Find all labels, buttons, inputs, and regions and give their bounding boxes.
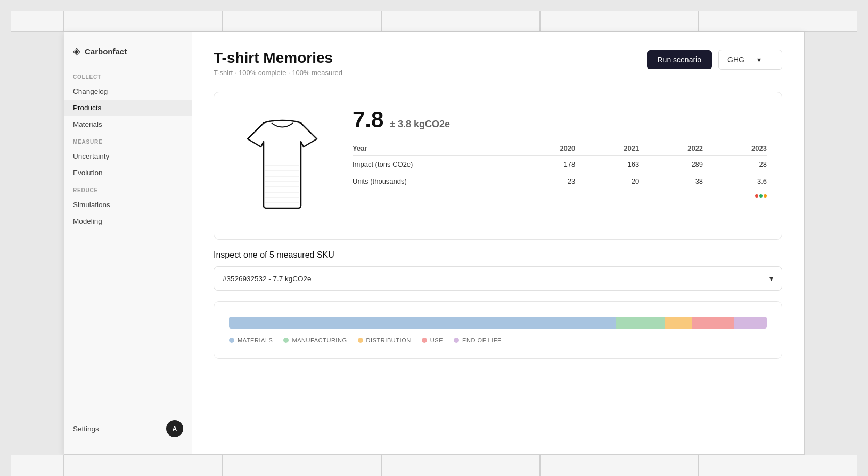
stacked-bar <box>229 317 767 329</box>
legend-label: DISTRIBUTION <box>366 337 411 343</box>
settings-label[interactable]: Settings <box>73 425 99 433</box>
units-2023: 3.6 <box>703 173 767 190</box>
legend-label: USE <box>430 337 443 343</box>
sidebar-item-changelog[interactable]: Changelog <box>64 83 192 100</box>
page-subtitle: T-shirt · 100% complete · 100% measured <box>214 69 342 77</box>
ghg-dropdown[interactable]: GHG ▾ <box>718 50 782 70</box>
chevron-down-icon: ▾ <box>757 55 761 64</box>
row-label-impact: Impact (tons CO2e) <box>353 156 511 173</box>
impact-2023: 28 <box>703 156 767 173</box>
dot-orange <box>764 194 767 198</box>
logo-icon: ◈ <box>73 45 80 57</box>
col-header-label: Year <box>353 141 511 156</box>
section-label-measure: MEASURE <box>64 133 192 148</box>
col-header-2023: 2023 <box>703 141 767 156</box>
sidebar: ◈ Carbonfact COLLECT Changelog Products … <box>64 32 192 454</box>
sidebar-item-evolution[interactable]: Evolution <box>64 165 192 181</box>
legend-item-distribution: DISTRIBUTION <box>358 337 411 343</box>
color-bar-area <box>353 190 767 198</box>
dot-red <box>755 194 758 198</box>
legend-dot <box>454 338 459 343</box>
impact-2020: 178 <box>511 156 575 173</box>
bar-chart-card: MATERIALSMANUFACTURINGDISTRIBUTIONUSEEND… <box>214 301 782 359</box>
logo-text: Carbonfact <box>85 47 127 56</box>
legend-item-manufacturing: MANUFACTURING <box>283 337 347 343</box>
units-2020: 23 <box>511 173 575 190</box>
settings-row: Settings A <box>64 412 192 446</box>
units-2022: 38 <box>639 173 703 190</box>
legend-dot <box>422 338 427 343</box>
col-header-2022: 2022 <box>639 141 703 156</box>
tshirt-image <box>229 107 335 224</box>
sidebar-item-simulations[interactable]: Simulations <box>64 196 192 213</box>
table-row-units: Units (thousands) 23 20 38 3.6 <box>353 173 767 190</box>
avatar: A <box>166 420 183 437</box>
impact-table: Year 2020 2021 2022 2023 Impact (tons CO… <box>353 141 767 190</box>
table-row-impact: Impact (tons CO2e) 178 163 289 28 <box>353 156 767 173</box>
col-header-2021: 2021 <box>575 141 639 156</box>
carbon-uncertainty: ± 3.8 kgCO2e <box>390 119 450 129</box>
legend-label: MANUFACTURING <box>292 337 347 343</box>
sku-section-title: Inspect one of 5 measured SKU <box>214 250 782 260</box>
product-card: 7.8 ± 3.8 kgCO2e Year 2020 2021 2022 <box>214 92 782 240</box>
tshirt-illustration <box>234 112 330 219</box>
row-label-units: Units (thousands) <box>353 173 511 190</box>
chart-legend: MATERIALSMANUFACTURINGDISTRIBUTIONUSEEND… <box>229 337 767 343</box>
sidebar-item-modeling[interactable]: Modeling <box>64 213 192 229</box>
impact-2021: 163 <box>575 156 639 173</box>
legend-dot <box>283 338 289 343</box>
legend-item-use: USE <box>422 337 443 343</box>
legend-item-end-of-life: END OF LIFE <box>454 337 502 343</box>
sidebar-item-materials[interactable]: Materials <box>64 116 192 133</box>
header-actions: Run scenario GHG ▾ <box>647 50 783 70</box>
carbon-value: 7.8 ± 3.8 kgCO2e <box>353 107 767 133</box>
page-title: T-shirt Memories <box>214 50 342 67</box>
logo-area: ◈ Carbonfact <box>64 41 192 68</box>
legend-label: MATERIALS <box>238 337 273 343</box>
section-label-collect: COLLECT <box>64 68 192 83</box>
legend-dot <box>229 338 234 343</box>
chevron-down-icon: ▾ <box>769 274 773 283</box>
sku-section: Inspect one of 5 measured SKU #352693253… <box>214 250 782 291</box>
title-area: T-shirt Memories T-shirt · 100% complete… <box>214 50 342 77</box>
page-header: T-shirt Memories T-shirt · 100% complete… <box>214 50 782 77</box>
legend-item-materials: MATERIALS <box>229 337 273 343</box>
sidebar-item-products[interactable]: Products <box>64 100 192 116</box>
impact-2022: 289 <box>639 156 703 173</box>
sidebar-item-uncertainty[interactable]: Uncertainty <box>64 148 192 165</box>
product-data: 7.8 ± 3.8 kgCO2e Year 2020 2021 2022 <box>353 107 767 198</box>
units-2021: 20 <box>575 173 639 190</box>
mini-color-dots <box>755 194 767 198</box>
section-label-reduce: REDUCE <box>64 181 192 196</box>
sku-dropdown[interactable]: #3526932532 - 7.7 kgCO2e ▾ <box>214 266 782 291</box>
dot-green <box>759 194 763 198</box>
ghg-label: GHG <box>727 55 744 64</box>
sku-selected-value: #3526932532 - 7.7 kgCO2e <box>223 275 312 283</box>
legend-dot <box>358 338 363 343</box>
run-scenario-button[interactable]: Run scenario <box>647 50 713 69</box>
col-header-2020: 2020 <box>511 141 575 156</box>
legend-label: END OF LIFE <box>462 337 502 343</box>
main-panel: T-shirt Memories T-shirt · 100% complete… <box>192 32 804 454</box>
